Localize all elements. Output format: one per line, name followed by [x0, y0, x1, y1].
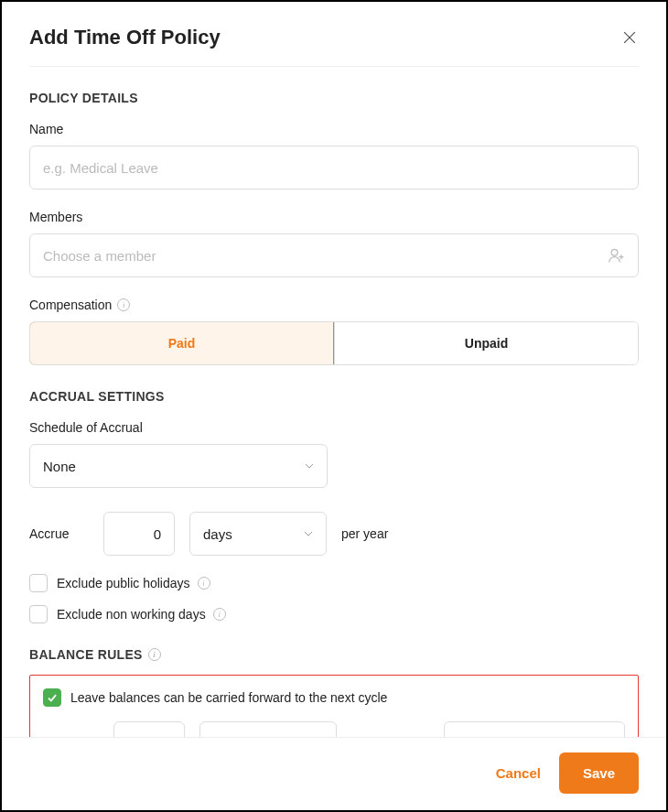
exclude-nonworking-checkbox[interactable] — [29, 605, 48, 623]
accrue-value-input[interactable] — [103, 512, 175, 556]
cancel-button[interactable]: Cancel — [496, 765, 541, 781]
accrue-label: Accrue — [29, 526, 89, 541]
add-user-icon[interactable] — [608, 246, 626, 265]
exclude-nonworking-label: Exclude non working days i — [57, 607, 226, 622]
name-input[interactable] — [29, 146, 639, 189]
compensation-label: Compensation i — [29, 298, 639, 312]
members-label: Members — [29, 210, 639, 224]
schedule-select[interactable]: None — [29, 444, 328, 488]
modal-footer: Cancel Save — [2, 737, 666, 810]
exclude-public-checkbox[interactable] — [29, 574, 48, 592]
compensation-toggle: Paid Unpaid — [29, 321, 639, 365]
info-icon[interactable]: i — [198, 577, 210, 590]
schedule-label: Schedule of Accrual — [29, 420, 639, 435]
compensation-unpaid-button[interactable]: Unpaid — [334, 322, 638, 364]
section-title-balance: BALANCE RULES i — [29, 647, 639, 662]
info-icon[interactable]: i — [213, 608, 226, 621]
section-title-accrual: ACCRUAL SETTINGS — [29, 389, 639, 404]
members-input[interactable] — [29, 233, 639, 277]
carry-forward-checkbox[interactable] — [43, 688, 61, 707]
exclude-public-label: Exclude public holidays i — [57, 576, 210, 590]
section-title-policy: POLICY DETAILS — [29, 91, 639, 105]
per-year-label: per year — [341, 526, 388, 541]
close-icon[interactable] — [620, 28, 639, 47]
modal-title: Add Time Off Policy — [29, 26, 221, 49]
compensation-paid-button[interactable]: Paid — [29, 321, 334, 365]
info-icon[interactable]: i — [148, 648, 161, 661]
modal-header: Add Time Off Policy — [29, 26, 639, 67]
svg-point-2 — [611, 249, 618, 255]
accrue-unit-select[interactable]: days — [189, 512, 327, 556]
carry-forward-label: Leave balances can be carried forward to… — [70, 690, 387, 705]
save-button[interactable]: Save — [559, 752, 639, 794]
name-label: Name — [29, 122, 639, 136]
info-icon[interactable]: i — [117, 298, 130, 311]
